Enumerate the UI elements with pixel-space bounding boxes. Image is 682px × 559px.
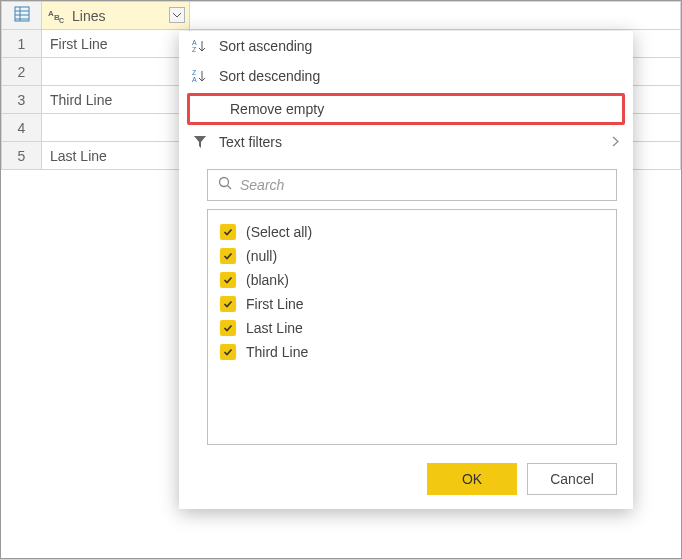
checkbox-checked-icon[interactable] bbox=[220, 344, 236, 360]
cell-value[interactable]: First Line bbox=[42, 30, 190, 58]
values-list[interactable]: (Select all) (null) (blank) First Line L… bbox=[207, 209, 617, 445]
chevron-right-icon bbox=[612, 134, 619, 150]
text-type-icon: ABC bbox=[48, 7, 66, 25]
cell-value[interactable]: Last Line bbox=[42, 142, 190, 170]
value-label: First Line bbox=[246, 296, 304, 312]
sort-desc-icon: ZA bbox=[191, 69, 209, 83]
cancel-button[interactable]: Cancel bbox=[527, 463, 617, 495]
search-input[interactable] bbox=[240, 177, 606, 193]
value-null[interactable]: (null) bbox=[220, 244, 604, 268]
svg-text:A: A bbox=[192, 39, 197, 46]
checkbox-checked-icon[interactable] bbox=[220, 248, 236, 264]
value-label: Last Line bbox=[246, 320, 303, 336]
value-label: (Select all) bbox=[246, 224, 312, 240]
table-icon bbox=[14, 6, 30, 26]
chevron-down-icon bbox=[173, 13, 181, 18]
table-corner[interactable] bbox=[2, 2, 42, 30]
checkbox-checked-icon[interactable] bbox=[220, 272, 236, 288]
row-number[interactable]: 4 bbox=[2, 114, 42, 142]
sort-asc-icon: AZ bbox=[191, 39, 209, 53]
menu-label: Remove empty bbox=[230, 101, 324, 117]
checkbox-checked-icon[interactable] bbox=[220, 320, 236, 336]
column-header[interactable]: ABC Lines bbox=[42, 2, 190, 30]
value-third-line[interactable]: Third Line bbox=[220, 340, 604, 364]
svg-text:Z: Z bbox=[192, 46, 197, 53]
row-number[interactable]: 2 bbox=[2, 58, 42, 86]
value-label: Third Line bbox=[246, 344, 308, 360]
column-name: Lines bbox=[72, 8, 183, 24]
svg-point-12 bbox=[220, 178, 229, 187]
filter-menu: AZ Sort ascending ZA Sort descending Rem… bbox=[179, 31, 633, 509]
svg-line-13 bbox=[228, 186, 232, 190]
ok-button[interactable]: OK bbox=[427, 463, 517, 495]
svg-text:C: C bbox=[59, 17, 64, 24]
cell-value[interactable]: Third Line bbox=[42, 86, 190, 114]
row-number[interactable]: 3 bbox=[2, 86, 42, 114]
column-filter-dropdown[interactable] bbox=[169, 7, 185, 23]
menu-label: Sort descending bbox=[219, 68, 320, 84]
filter-icon bbox=[191, 135, 209, 149]
sort-ascending-item[interactable]: AZ Sort ascending bbox=[179, 31, 633, 61]
svg-text:A: A bbox=[192, 76, 197, 83]
svg-text:Z: Z bbox=[192, 69, 197, 76]
text-filters-item[interactable]: Text filters bbox=[179, 127, 633, 157]
sort-descending-item[interactable]: ZA Sort descending bbox=[179, 61, 633, 91]
row-number[interactable]: 1 bbox=[2, 30, 42, 58]
remove-empty-item[interactable]: Remove empty bbox=[190, 96, 622, 122]
value-label: (blank) bbox=[246, 272, 289, 288]
empty-header-space bbox=[190, 2, 681, 30]
row-number[interactable]: 5 bbox=[2, 142, 42, 170]
value-select-all[interactable]: (Select all) bbox=[220, 220, 604, 244]
menu-label: Text filters bbox=[219, 134, 282, 150]
cell-value[interactable] bbox=[42, 58, 190, 86]
value-label: (null) bbox=[246, 248, 277, 264]
checkbox-checked-icon[interactable] bbox=[220, 296, 236, 312]
search-icon bbox=[218, 176, 232, 194]
cell-value[interactable] bbox=[42, 114, 190, 142]
value-last-line[interactable]: Last Line bbox=[220, 316, 604, 340]
search-box[interactable] bbox=[207, 169, 617, 201]
checkbox-checked-icon[interactable] bbox=[220, 224, 236, 240]
value-first-line[interactable]: First Line bbox=[220, 292, 604, 316]
value-blank[interactable]: (blank) bbox=[220, 268, 604, 292]
menu-label: Sort ascending bbox=[219, 38, 312, 54]
button-row: OK Cancel bbox=[179, 453, 633, 495]
highlight-annotation: Remove empty bbox=[187, 93, 625, 125]
